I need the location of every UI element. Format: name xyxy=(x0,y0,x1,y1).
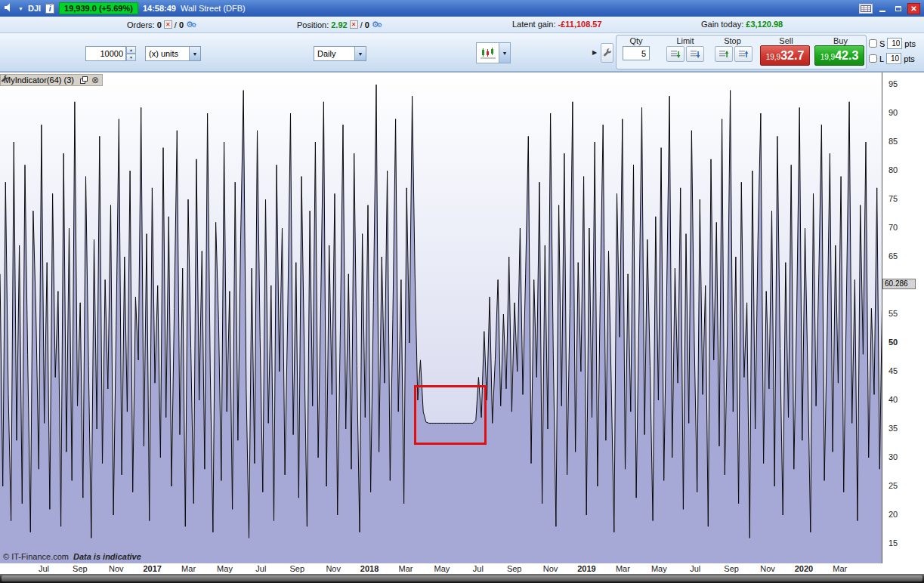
minimize-button[interactable] xyxy=(876,3,888,14)
candlestick-chart-icon xyxy=(477,43,499,63)
chart-plot[interactable]: MyIndicator(64) (3) ⊗ © IT-Finance.comDa… xyxy=(0,72,882,564)
x-axis-tick: May xyxy=(212,564,239,573)
limit-buy-icon xyxy=(669,49,681,60)
timeframe-select-value: Daily xyxy=(314,49,354,58)
quantity-down-button[interactable]: ▼ xyxy=(126,54,136,61)
units-select-value: (x) units xyxy=(146,49,189,58)
clock-text: 14:58:49 xyxy=(143,4,176,13)
limit-pts-unit: pts xyxy=(904,54,915,63)
x-axis-tick: 2017 xyxy=(139,564,166,573)
y-axis-tick: 90 xyxy=(888,108,898,117)
speaker-icon[interactable] xyxy=(4,3,14,14)
stop-sell-icon xyxy=(737,49,749,60)
close-position-icon[interactable]: ✕ xyxy=(350,20,358,29)
x-axis-tick: Jul xyxy=(247,564,274,573)
limit-checkbox-label: L xyxy=(879,54,884,63)
quantity-input[interactable] xyxy=(85,46,126,61)
indicator-label: MyIndicator(64) (3) xyxy=(4,76,74,85)
chevron-down-icon[interactable]: ▼ xyxy=(189,47,200,60)
limit-sell-button[interactable] xyxy=(686,46,704,62)
copyright-text: © IT-Finance.com xyxy=(3,552,69,561)
limit-pts-input[interactable] xyxy=(886,53,901,64)
y-axis-tick: 45 xyxy=(888,366,898,375)
orders-separator: / xyxy=(175,20,177,29)
latent-gain-label: Latent gain: xyxy=(512,20,556,29)
disclaimer-text: Data is indicative xyxy=(73,552,141,561)
market-name: Wall Street (DFB) xyxy=(181,4,246,13)
buy-price: 42.3 xyxy=(835,49,858,63)
stop-pts-input[interactable] xyxy=(887,38,902,49)
x-axis-tick: Mar xyxy=(175,564,202,573)
x-axis-tick: Sep xyxy=(718,564,745,573)
quantity-stepper[interactable]: ▲ ▼ xyxy=(85,46,136,61)
maximize-button[interactable] xyxy=(892,3,904,14)
time-axis[interactable]: JulSepNov2017MarMayJulSepNov2018MarMayJu… xyxy=(0,563,924,574)
trade-settings-button[interactable] xyxy=(601,43,613,63)
stop-checkbox[interactable] xyxy=(869,39,877,48)
chevron-down-icon[interactable]: ▼ xyxy=(354,47,366,60)
qty-column-header: Qty xyxy=(621,36,651,45)
horizontal-scrollbar[interactable] xyxy=(0,574,924,583)
indicator-series xyxy=(0,72,882,564)
limit-column-header: Limit xyxy=(663,36,708,45)
close-indicator-icon[interactable]: ⊗ xyxy=(91,76,99,85)
y-axis-tick: 70 xyxy=(888,223,898,232)
y-axis-tick: 85 xyxy=(888,137,898,146)
quantity-up-button[interactable]: ▲ xyxy=(126,46,136,54)
limit-sell-icon xyxy=(689,49,701,60)
x-axis-tick: Sep xyxy=(501,564,528,573)
limit-buy-button[interactable] xyxy=(666,46,685,62)
sell-button[interactable]: 19,932.7 xyxy=(760,45,810,66)
y-axis-tick: 25 xyxy=(888,481,898,490)
gain-today-status: Gain today: £3,120.98 xyxy=(701,20,783,29)
cancel-orders-icon[interactable]: ✕ xyxy=(164,20,172,29)
stop-sell-button[interactable] xyxy=(734,46,752,62)
price-axis[interactable]: 60.286 95908580757065555045403530252015 xyxy=(882,72,924,564)
gain-today-value: £3,120.98 xyxy=(746,20,783,29)
position-value: 2.92 xyxy=(331,20,347,29)
symbol-dropdown-caret[interactable]: ▼ xyxy=(18,6,23,11)
trade-qty-input[interactable] xyxy=(623,46,650,60)
symbol-label[interactable]: DJI xyxy=(28,4,41,13)
x-axis-tick: 2018 xyxy=(356,564,383,573)
annotation-rectangle[interactable] xyxy=(414,385,487,445)
y-axis-tick: 40 xyxy=(888,395,898,404)
orders-count-2: 0 xyxy=(179,20,184,29)
orders-status: Orders: 0 ✕ / 0 ⚙⚙ xyxy=(127,20,194,29)
detach-panel-icon[interactable] xyxy=(80,76,88,85)
x-axis-tick: Mar xyxy=(609,564,636,573)
timeframe-select[interactable]: Daily ▼ xyxy=(314,46,366,61)
trading-app-window: ▼ DJI i 19,939.0 (+5.69%) 14:58:49 Wall … xyxy=(0,0,924,583)
stop-pts-unit: pts xyxy=(904,39,916,48)
orders-settings-icon[interactable]: ⚙⚙ xyxy=(186,20,194,29)
x-axis-tick: Nov xyxy=(320,564,347,573)
limit-row: L pts xyxy=(869,53,915,64)
trade-panel: ▶ Qty Limit Stop Sell 19,932.7 xyxy=(591,33,924,72)
chart-style-button[interactable]: ▼ xyxy=(476,42,511,63)
keyboard-icon[interactable] xyxy=(859,4,873,14)
limit-checkbox[interactable] xyxy=(869,54,877,63)
chart-copyright: © IT-Finance.comData is indicative xyxy=(3,552,141,561)
x-axis-tick: Nov xyxy=(537,564,564,573)
chevron-down-icon[interactable]: ▼ xyxy=(499,43,510,63)
y-axis-tick: 50 xyxy=(888,338,898,347)
close-button[interactable]: ✕ xyxy=(907,3,920,14)
y-axis-tick: 15 xyxy=(888,538,898,548)
y-axis-tick: 95 xyxy=(888,79,898,88)
units-select[interactable]: (x) units ▼ xyxy=(145,46,201,61)
info-icon[interactable]: i xyxy=(45,4,54,14)
x-axis-tick: May xyxy=(428,564,456,573)
position-status: Position: 2.92 ✕ / 0 ⚙⚙ xyxy=(297,20,380,29)
collapse-panel-icon[interactable]: ▶ xyxy=(592,49,597,56)
orders-count: 0 xyxy=(157,20,162,29)
sell-price-prefix: 19,9 xyxy=(766,53,780,61)
x-axis-tick: Sep xyxy=(283,564,311,573)
scrollbar-thumb[interactable] xyxy=(2,575,922,581)
buy-button[interactable]: 19,942.3 xyxy=(814,45,864,66)
x-axis-tick: Jul xyxy=(30,564,57,573)
stop-checkbox-label: S xyxy=(879,39,885,48)
position-settings-icon[interactable]: ⚙⚙ xyxy=(372,20,380,29)
chart-toolbar: ▲ ▼ (x) units ▼ Daily ▼ ▼ ▶ Qty Limi xyxy=(0,33,924,72)
stop-buy-button[interactable] xyxy=(715,46,733,62)
stop-column-header: Stop xyxy=(712,36,753,45)
